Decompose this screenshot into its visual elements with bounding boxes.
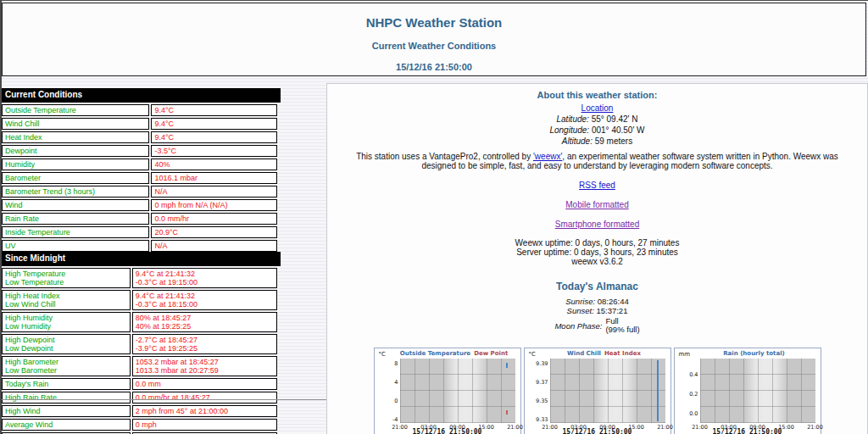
stat-label: High BarometerLow Barometer (2, 356, 131, 376)
table-row: High BarometerLow Barometer1053.2 mbar a… (2, 356, 277, 376)
stat-value: N/A (151, 240, 277, 252)
stat-label: Rain Rate (2, 213, 149, 225)
table-row: High Heat IndexLow Wind Chill9.4°C at 21… (2, 290, 277, 310)
y-axis-tick: 0.2 (676, 391, 698, 398)
page-title: NHPC Weather Station (3, 15, 865, 30)
weather-station-page: NHPC Weather Station Current Weather Con… (0, 0, 868, 434)
table-row: High Wind2 mph from 45° at 21:00:00 (2, 405, 277, 417)
stat-label: Outside Temperature (2, 104, 149, 116)
y-axis-tick: 8 (376, 360, 398, 367)
chart-thumbnail-rain-hourly-total-[interactable]: mmRain (hourly total)0.40.20.021:0003:00… (674, 348, 821, 434)
stat-value: 0.0 mm (132, 378, 277, 390)
table-row: High Rain Rate0.0 mm/hr at 18:45:27 (2, 392, 277, 403)
stat-value: 9.4°C (151, 104, 277, 116)
longitude-value: 001° 40.50' W (592, 125, 645, 135)
altitude-value: 59 meters (595, 136, 632, 146)
table-row: Wind0 mph from N/A (N/A) (2, 199, 277, 211)
mobile-formatted-link[interactable]: Mobile formatted (565, 200, 628, 209)
chart-thumbnail-outside-temperature[interactable]: °COutside TemperatureDew Point840-421:00… (374, 348, 521, 434)
table-row: Rain Rate0.0 mm/hr (2, 213, 277, 225)
weewx-uptime: Weewx uptime: 0 days, 0 hours, 27 minute… (327, 238, 867, 248)
latitude-value: 55° 09.42' N (592, 114, 638, 124)
station-description: This station uses a VantagePro2, control… (341, 152, 854, 170)
table-row: High DewpointLow Dewpoint-2.7°C at 18:45… (2, 334, 277, 354)
chart-title: Wind ChillHeat Index (542, 350, 667, 357)
smartphone-formatted-link[interactable]: Smartphone formatted (555, 220, 640, 229)
almanac-heading: Today's Almanac (327, 281, 867, 292)
sunrise-line: Sunrise: 08:26:44 (327, 297, 867, 306)
sunset-line: Sunset: 15:37:21 (327, 306, 867, 315)
stat-value: 9.4°C (151, 131, 277, 143)
y-axis-tick: 9.35 (526, 398, 548, 404)
table-row: Outside Temperature9.4°C (2, 104, 277, 116)
stat-value: 0.0 mm/hr (151, 213, 277, 225)
stat-label: Inside Temperature (2, 226, 149, 238)
page-datetime: 15/12/16 21:50:00 (3, 62, 865, 72)
since-midnight-section: Since Midnight High TemperatureLow Tempe… (2, 252, 281, 434)
chart-plot-area (400, 359, 515, 423)
chart-data-mark (506, 363, 508, 369)
stat-label: High Rain Rate (2, 392, 131, 403)
since-midnight-table: High TemperatureLow Temperature9.4°C at … (0, 266, 279, 434)
stat-value: 1016.1 mbar (151, 172, 277, 184)
stat-label: High Wind (2, 405, 131, 417)
stat-label: Today's Rain (2, 378, 131, 390)
y-axis-tick: 4 (376, 379, 398, 386)
table-row: High HumidityLow Humidity80% at 18:45:27… (2, 312, 277, 332)
chart-data-mark (657, 360, 659, 422)
stat-value: N/A (151, 186, 277, 198)
stat-value: 2 mph from 45° at 21:00:00 (132, 405, 277, 417)
stat-value: 0.0 mm/hr at 18:45:27 (132, 392, 277, 403)
latitude-label: Latitude: (557, 114, 589, 124)
altitude-label: Altitude: (562, 136, 593, 146)
stats-column: Current Conditions Outside Temperature9.… (2, 88, 281, 267)
location-link[interactable]: Location (581, 103, 614, 113)
stat-label: Barometer (2, 172, 149, 184)
y-axis-tick: 9.39 (526, 360, 548, 367)
table-row: Average Wind0 mph (2, 419, 277, 431)
about-panel: About this weather station: Location Lat… (326, 83, 868, 434)
stat-value: 9.4°C (151, 118, 277, 130)
page-subtitle: Current Weather Conditions (3, 41, 865, 51)
table-row: UVN/A (2, 240, 277, 252)
current-conditions-section: Current Conditions Outside Temperature9.… (2, 88, 281, 267)
chart-unit-label: °C (529, 351, 536, 358)
stat-label: High TemperatureLow Temperature (2, 268, 131, 288)
y-axis-tick: -4 (376, 416, 398, 423)
table-row: Barometer Trend (3 hours)N/A (2, 186, 277, 198)
altitude-line: Altitude: 59 meters (327, 136, 867, 147)
stat-label: Barometer Trend (3 hours) (2, 186, 149, 198)
rss-feed-link[interactable]: RSS feed (579, 181, 615, 190)
chart-plot-area (700, 359, 815, 423)
stat-label: High HumidityLow Humidity (2, 312, 131, 332)
stat-value: -2.7°C at 18:45:27-3.9°C at 19:25:25 (132, 334, 277, 354)
stat-label: Wind (2, 199, 149, 211)
moon-phase-line: Moon Phase: Full (99% full) (554, 317, 639, 334)
moon-phase-detail: (99% full) (605, 326, 639, 334)
chart-thumbnail-wind-chill[interactable]: °CWind ChillHeat Index9.399.379.359.3321… (524, 348, 671, 434)
y-axis-tick: 9.37 (526, 379, 548, 386)
stat-value: 9.4°C at 21:41:32-0.3°C at 18:15:00 (132, 290, 277, 310)
chart-plot-area (550, 359, 665, 423)
weewx-link[interactable]: 'weewx' (533, 152, 562, 161)
longitude-label: Longitude: (549, 125, 589, 135)
stat-label: Average Wind (2, 419, 131, 431)
stat-value: -3.5°C (151, 145, 277, 157)
table-row: Wind Chill9.4°C (2, 118, 277, 130)
stat-label: Wind Chill (2, 118, 149, 130)
y-axis-tick: 9.33 (526, 416, 548, 423)
chart-caption: 15/12/16 21:50:00 (375, 428, 520, 434)
stat-label: Dewpoint (2, 145, 149, 157)
uptime-block: Weewx uptime: 0 days, 0 hours, 27 minute… (327, 238, 867, 266)
table-row: Heat Index9.4°C (2, 131, 277, 143)
sunrise-value: 08:26:44 (598, 297, 629, 306)
y-axis-tick: 0.4 (676, 371, 698, 378)
chart-unit-label: °C (379, 351, 386, 358)
table-row: High TemperatureLow Temperature9.4°C at … (2, 268, 277, 288)
stat-label: High DewpointLow Dewpoint (2, 334, 131, 354)
y-axis-tick: 0.0 (676, 410, 698, 417)
chart-caption: 15/12/16 21:50:00 (675, 428, 821, 434)
current-conditions-title: Current Conditions (2, 88, 281, 103)
charts-grid: °COutside TemperatureDew Point840-421:00… (374, 348, 821, 434)
stat-value: 40% (151, 159, 277, 170)
